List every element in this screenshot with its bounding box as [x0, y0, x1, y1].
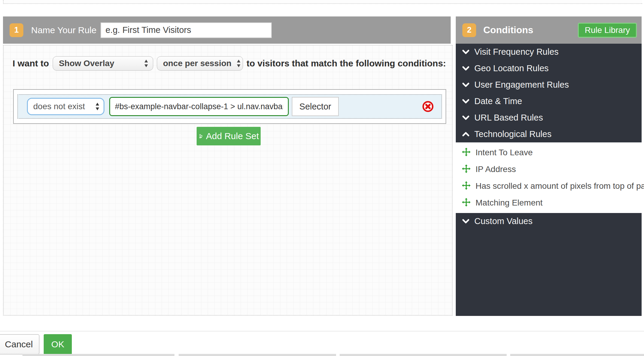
rule-canvas: I want to Show Overlay once per session … [3, 45, 453, 316]
section-user-engagement-rules[interactable]: User Engagement Rules [456, 77, 642, 93]
action-select[interactable]: Show Overlay [53, 56, 153, 71]
section-date-time[interactable]: Date & Time [456, 93, 642, 109]
footer-divider [0, 331, 644, 331]
add-rule-set-button[interactable]: Add Rule Set [197, 127, 261, 145]
conditions-title: Conditions [483, 25, 578, 36]
rule-name-input[interactable] [101, 22, 272, 38]
section-visit-frequency-rules[interactable]: Visit Frequency Rules [456, 44, 642, 60]
remove-rule-icon[interactable] [422, 101, 434, 112]
chevron-down-icon [462, 217, 470, 225]
condition-item-matching-element[interactable]: Matching Element [456, 194, 642, 211]
step1-header: 1 Name Your Rule [3, 16, 451, 44]
rule-set-box: does not exist Selector [13, 89, 446, 124]
section-technological-rules[interactable]: Technological Rules [456, 126, 642, 142]
chevron-up-icon [462, 130, 470, 138]
want-suffix-text: to visitors that match the following con… [247, 58, 446, 69]
move-icon [462, 164, 471, 174]
chevron-down-icon [462, 48, 470, 56]
select-arrows-icon [237, 59, 241, 68]
ok-button[interactable]: OK [44, 334, 72, 355]
step2-badge: 2 [462, 23, 476, 37]
add-rule-set-label: Add Rule Set [206, 131, 259, 141]
background-page-edge [22, 354, 644, 356]
chevron-down-icon [462, 114, 470, 122]
condition-item-intent-to-leave[interactable]: Intent To Leave [456, 144, 642, 161]
operator-select[interactable]: does not exist [27, 98, 104, 115]
rule-builder-modal: 1 Name Your Rule I want to Show Overlay … [0, 0, 644, 356]
cancel-button[interactable]: Cancel [0, 334, 40, 355]
chevron-down-icon [462, 81, 470, 89]
frequency-select-value: once per session [163, 59, 232, 68]
selector-picker-button[interactable]: Selector [292, 97, 339, 116]
select-arrows-icon [144, 59, 148, 68]
action-select-value: Show Overlay [59, 59, 139, 68]
css-selector-input[interactable] [109, 97, 289, 116]
move-icon [462, 181, 471, 191]
step1-badge: 1 [10, 23, 23, 37]
operator-select-value: does not exist [33, 102, 90, 111]
conditions-sidebar: 2 Conditions Rule Library Visit Frequenc… [456, 16, 642, 316]
condition-item-ip-address[interactable]: IP Address [456, 161, 642, 178]
want-prefix-text: I want to [13, 58, 49, 69]
chevron-down-icon [462, 64, 470, 72]
hand-pointer-icon [198, 129, 203, 144]
section-url-based-rules[interactable]: URL Based Rules [456, 109, 642, 126]
top-panel-edge [3, 0, 642, 4]
step1-label: Name Your Rule [31, 25, 96, 35]
select-arrows-icon [95, 102, 99, 111]
rule-library-button[interactable]: Rule Library [578, 23, 637, 38]
frequency-select[interactable]: once per session [157, 56, 243, 71]
rule-condition-row: does not exist Selector [17, 94, 442, 119]
technological-rules-items: Intent To Leave IP Address Has scrolled … [456, 142, 642, 213]
conditions-header: 2 Conditions Rule Library [456, 16, 642, 44]
move-icon [462, 198, 471, 208]
section-geo-location-rules[interactable]: Geo Locaton Rules [456, 60, 642, 77]
section-custom-values[interactable]: Custom Values [456, 213, 642, 229]
conditions-list: Visit Frequency Rules Geo Locaton Rules … [456, 44, 642, 316]
chevron-down-icon [462, 97, 470, 105]
move-icon [462, 147, 471, 158]
condition-item-has-scrolled[interactable]: Has scrolled x amount of pixels from top… [456, 178, 642, 194]
want-row: I want to Show Overlay once per session … [13, 54, 446, 72]
